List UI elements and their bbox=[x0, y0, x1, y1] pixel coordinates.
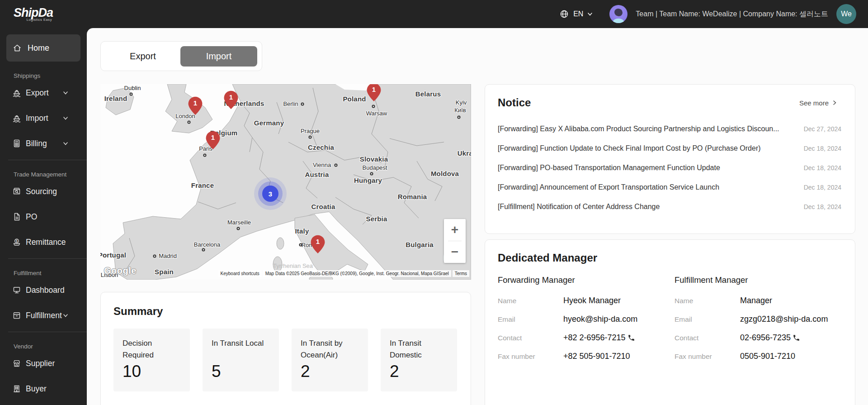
export-tab[interactable]: Export bbox=[105, 51, 180, 62]
notice-item[interactable]: [Forwarding] Easy X Alibaba.com Product … bbox=[498, 119, 841, 138]
map-city-dot bbox=[202, 248, 205, 252]
manager-row-label: Contact bbox=[498, 334, 563, 342]
sidebar-item-dashboard[interactable]: Dashboard bbox=[0, 277, 87, 303]
summary-card-decision-required[interactable]: Decision Required 10 bbox=[113, 329, 190, 391]
notice-item-text: [Forwarding] Announcement of Export Tran… bbox=[498, 183, 719, 191]
manager-row-value: 0505-901-7210 bbox=[740, 352, 795, 361]
phone-icon[interactable] bbox=[627, 334, 635, 342]
see-more-link[interactable]: See more bbox=[799, 99, 841, 107]
notice-item[interactable]: [Forwarding] PO-based Transportation Man… bbox=[498, 158, 841, 177]
sidebar-item-sourcing[interactable]: Sourcing bbox=[0, 179, 87, 204]
map-country-label: Poland bbox=[343, 95, 366, 103]
map-city-label: Kyiv bbox=[456, 99, 467, 106]
sidebar-item-po[interactable]: PO bbox=[0, 204, 87, 229]
summary-card-in-transit-local[interactable]: In Transit Local 5 bbox=[203, 329, 279, 391]
sidebar-item-label: Buyer bbox=[26, 384, 47, 394]
map-city-dot bbox=[299, 243, 302, 247]
map-marker-pin[interactable]: 1 bbox=[223, 90, 239, 110]
map-country-label: Slovakia bbox=[360, 155, 388, 163]
map-city-dot bbox=[203, 154, 207, 157]
map-zoom-control: + − bbox=[444, 219, 466, 263]
sidebar-item-label: Export bbox=[26, 88, 49, 98]
map-marker-pin[interactable]: 1 bbox=[310, 234, 326, 254]
summary-card-value: 10 bbox=[123, 362, 141, 381]
map-marker-pin[interactable]: 1 bbox=[205, 130, 221, 150]
map-country-label: France bbox=[191, 181, 214, 189]
forwarding-manager-title: Forwarding Manager bbox=[498, 275, 675, 285]
map-city-label: Prague bbox=[301, 128, 320, 134]
sidebar-item-billing[interactable]: Billing bbox=[0, 131, 87, 156]
chevron-down-icon bbox=[62, 115, 69, 121]
manager-row-label: Fax number bbox=[498, 353, 563, 361]
manager-title: Dedicated Manager bbox=[498, 252, 841, 264]
chevron-right-icon bbox=[831, 100, 841, 106]
map-city-label: Warsaw bbox=[366, 110, 387, 117]
manager-row-label: Email bbox=[498, 315, 563, 324]
calculator-icon bbox=[12, 138, 22, 148]
manager-row-label: Name bbox=[498, 297, 563, 305]
notice-item[interactable]: [Forwarding] Function Update to Check Fi… bbox=[498, 138, 841, 158]
logo-tagline: Logistics Easy bbox=[14, 18, 53, 22]
manager-row-value: Hyeok Manager bbox=[563, 296, 621, 305]
chevron-down-icon bbox=[62, 140, 69, 147]
language-selector[interactable]: EN bbox=[560, 10, 597, 19]
company-avatar[interactable]: We bbox=[836, 4, 856, 24]
notice-item[interactable]: [Forwarding] Announcement of Export Tran… bbox=[498, 177, 841, 197]
map-country-label: Germany bbox=[254, 119, 284, 127]
map-city-dot bbox=[372, 105, 375, 108]
shipda-logo[interactable]: ShipDa Logistics Easy bbox=[14, 7, 53, 22]
user-avatar[interactable] bbox=[609, 5, 627, 23]
map-cluster-marker[interactable]: 3 bbox=[262, 186, 278, 202]
google-logo[interactable]: Google bbox=[104, 266, 137, 276]
phone-icon[interactable] bbox=[793, 334, 800, 342]
map-country-label: Ukraine bbox=[458, 149, 471, 157]
shipment-map[interactable]: Tyrrhenian SeaIrelandNetherlandsBelgiumG… bbox=[100, 84, 471, 280]
manager-row-label: Email bbox=[675, 315, 740, 324]
map-city-label: Київ bbox=[454, 107, 466, 114]
sidebar-divider bbox=[8, 160, 87, 160]
map-country-label: Belarus bbox=[415, 90, 441, 98]
sidebar-item-supplier[interactable]: Supplier bbox=[0, 351, 87, 376]
logo-text: ShipDa bbox=[14, 7, 53, 19]
manager-row-value: +82 505-901-7210 bbox=[563, 352, 630, 361]
summary-card-in-transit-domestic[interactable]: In Transit Domestic 2 bbox=[381, 329, 457, 391]
sidebar-item-remittance[interactable]: $ Remittance bbox=[0, 229, 87, 255]
sidebar-item-buyer[interactable]: Buyer bbox=[0, 376, 87, 401]
sidebar-item-home[interactable]: Home bbox=[6, 34, 80, 62]
avatar-body bbox=[612, 19, 625, 23]
map-city-label: Dublin bbox=[124, 85, 141, 91]
sidebar-item-export[interactable]: Export bbox=[0, 80, 87, 105]
notice-item-text: [Fulfillment] Notification of Center Add… bbox=[498, 203, 660, 211]
summary-title: Summary bbox=[113, 305, 457, 318]
sidebar-divider bbox=[8, 258, 87, 259]
sidebar-item-label: Supplier bbox=[26, 359, 55, 368]
manager-row-value: hyeok@ship-da.com bbox=[563, 314, 637, 324]
map-city-dot bbox=[301, 103, 304, 106]
map-country-label: Ireland bbox=[104, 95, 127, 102]
manager-row: Fax number 0505-901-7210 bbox=[675, 352, 841, 361]
notice-panel: Notice See more [Forwarding] Easy X Alib… bbox=[485, 84, 855, 234]
sidebar-section-vendor: Vendor bbox=[0, 343, 87, 350]
manager-row-label: Name bbox=[675, 297, 740, 305]
terms-link[interactable]: Terms bbox=[453, 270, 469, 277]
summary-card-label: In Transit by Ocean(Air) bbox=[301, 338, 359, 361]
map-country-label: Italy bbox=[295, 227, 309, 235]
notice-item[interactable]: [Fulfillment] Notification of Center Add… bbox=[498, 197, 841, 216]
export-import-toggle: Export Import bbox=[100, 41, 262, 71]
map-city-dot bbox=[458, 116, 461, 119]
map-marker-pin[interactable]: 1 bbox=[188, 96, 203, 115]
globe-icon bbox=[560, 10, 570, 19]
summary-card-label: In Transit Domestic bbox=[390, 338, 448, 361]
zoom-out-button[interactable]: − bbox=[444, 241, 466, 263]
summary-card-value: 2 bbox=[390, 362, 399, 381]
keyboard-shortcuts-link[interactable]: Keyboard shortcuts bbox=[218, 270, 262, 277]
sidebar-item-import[interactable]: Import bbox=[0, 105, 87, 131]
import-tab[interactable]: Import bbox=[180, 46, 257, 67]
sidebar-item-label: Dashboard bbox=[26, 286, 65, 295]
map-marker-pin[interactable]: 1 bbox=[366, 84, 382, 102]
map-country-label: Czechia bbox=[308, 143, 334, 151]
manager-row: Contact 02-6956-7235 bbox=[675, 333, 841, 343]
zoom-in-button[interactable]: + bbox=[444, 219, 466, 241]
sidebar-item-fulfillment[interactable]: Fulfillment bbox=[0, 303, 87, 328]
summary-card-in-transit-ocean-air[interactable]: In Transit by Ocean(Air) 2 bbox=[292, 329, 368, 391]
